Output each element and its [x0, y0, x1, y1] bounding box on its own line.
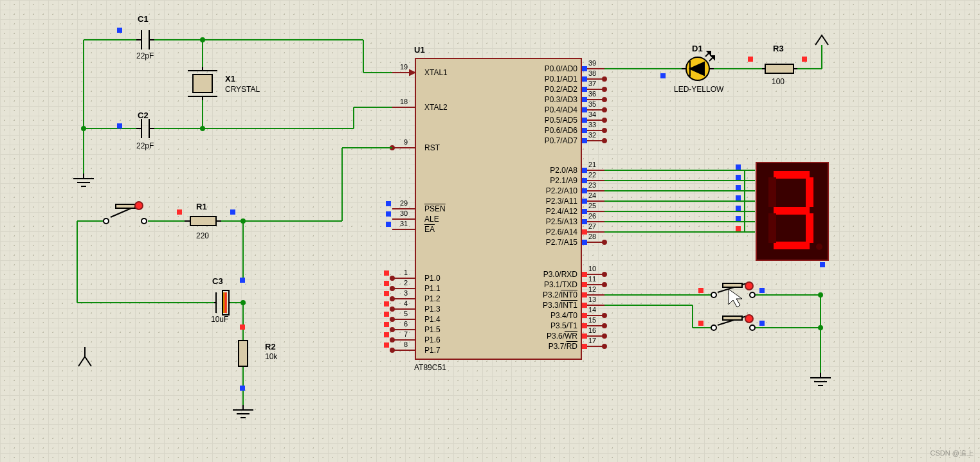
svg-rect-239 [736, 226, 741, 231]
svg-rect-176 [116, 204, 135, 208]
svg-point-178 [711, 292, 716, 298]
svg-rect-240 [820, 262, 825, 267]
svg-point-187 [745, 315, 753, 323]
svg-point-19 [390, 287, 394, 290]
svg-rect-218 [582, 344, 587, 349]
svg-point-184 [750, 325, 755, 330]
svg-rect-237 [736, 206, 741, 211]
svg-rect-208 [582, 219, 587, 224]
svg-rect-181 [723, 283, 742, 287]
svg-point-179 [750, 292, 755, 298]
svg-rect-186 [723, 316, 742, 320]
svg-rect-214 [582, 303, 587, 308]
svg-point-177 [135, 202, 143, 209]
svg-point-46 [603, 139, 606, 143]
svg-marker-9 [410, 70, 415, 75]
svg-rect-232 [748, 57, 753, 62]
svg-point-34 [603, 77, 606, 81]
svg-rect-209 [582, 229, 587, 235]
svg-point-174 [141, 218, 147, 224]
svg-point-67 [603, 334, 606, 338]
svg-rect-189 [117, 123, 122, 129]
svg-rect-215 [582, 313, 587, 318]
svg-rect-231 [802, 57, 807, 62]
schematic-svg [0, 0, 980, 462]
svg-rect-241 [698, 288, 703, 293]
svg-rect-233 [736, 164, 741, 170]
svg-rect-190 [177, 209, 182, 215]
svg-rect-198 [582, 97, 587, 102]
svg-rect-235 [736, 185, 741, 190]
svg-rect-224 [384, 291, 389, 296]
svg-rect-238 [736, 216, 741, 221]
svg-rect-196 [582, 76, 587, 82]
svg-point-182 [745, 282, 753, 290]
svg-marker-245 [729, 289, 742, 307]
svg-rect-223 [384, 281, 389, 286]
svg-rect-194 [240, 386, 245, 391]
svg-point-83 [82, 127, 86, 130]
svg-rect-201 [582, 128, 587, 133]
svg-rect-225 [384, 301, 389, 307]
svg-rect-148 [765, 64, 794, 73]
svg-point-38 [603, 98, 606, 102]
svg-point-25 [390, 317, 394, 321]
svg-rect-229 [384, 342, 389, 348]
pushbutton-int1-icon [711, 315, 755, 330]
svg-point-81 [201, 38, 204, 42]
svg-rect-228 [384, 332, 389, 337]
svg-point-44 [603, 129, 606, 132]
svg-point-173 [104, 218, 109, 224]
svg-rect-133 [193, 75, 212, 93]
svg-point-183 [711, 325, 716, 330]
svg-rect-213 [582, 292, 587, 298]
svg-point-42 [603, 118, 606, 122]
svg-point-69 [603, 344, 606, 348]
svg-rect-230 [660, 73, 666, 78]
svg-rect-216 [582, 323, 587, 328]
svg-rect-193 [240, 324, 245, 330]
svg-rect-202 [582, 138, 587, 143]
svg-point-65 [603, 324, 606, 328]
svg-rect-147 [239, 341, 248, 366]
svg-point-96 [241, 301, 245, 305]
svg-point-95 [241, 219, 245, 223]
pushbutton-reset-icon [104, 202, 147, 224]
svg-rect-144 [190, 217, 216, 226]
svg-rect-195 [582, 66, 587, 71]
svg-point-55 [603, 240, 606, 244]
svg-point-59 [603, 283, 606, 287]
svg-rect-243 [698, 321, 703, 326]
svg-rect-217 [582, 333, 587, 339]
svg-rect-206 [582, 199, 587, 204]
svg-rect-211 [582, 272, 587, 277]
led-icon [682, 51, 714, 80]
svg-point-27 [390, 328, 394, 332]
svg-rect-207 [582, 209, 587, 214]
svg-point-82 [201, 127, 204, 130]
svg-rect-222 [384, 271, 389, 276]
svg-rect-212 [582, 282, 587, 287]
svg-rect-191 [230, 209, 235, 215]
svg-point-63 [603, 314, 606, 317]
svg-rect-227 [384, 322, 389, 327]
svg-rect-242 [759, 288, 765, 293]
svg-point-124 [819, 326, 822, 330]
svg-point-40 [603, 108, 606, 112]
svg-rect-200 [582, 118, 587, 123]
svg-rect-204 [582, 178, 587, 183]
svg-rect-197 [582, 87, 587, 92]
svg-rect-210 [582, 240, 587, 245]
svg-rect-221 [386, 222, 391, 227]
svg-rect-220 [386, 211, 391, 217]
svg-point-31 [390, 348, 394, 352]
svg-rect-188 [117, 28, 122, 33]
svg-rect-192 [240, 278, 245, 283]
svg-point-29 [390, 338, 394, 342]
svg-point-21 [390, 297, 394, 301]
svg-rect-199 [582, 107, 587, 112]
svg-rect-203 [582, 168, 587, 173]
svg-point-123 [819, 293, 822, 297]
watermark: CSDN @追上 [930, 449, 974, 458]
svg-point-17 [390, 276, 394, 280]
